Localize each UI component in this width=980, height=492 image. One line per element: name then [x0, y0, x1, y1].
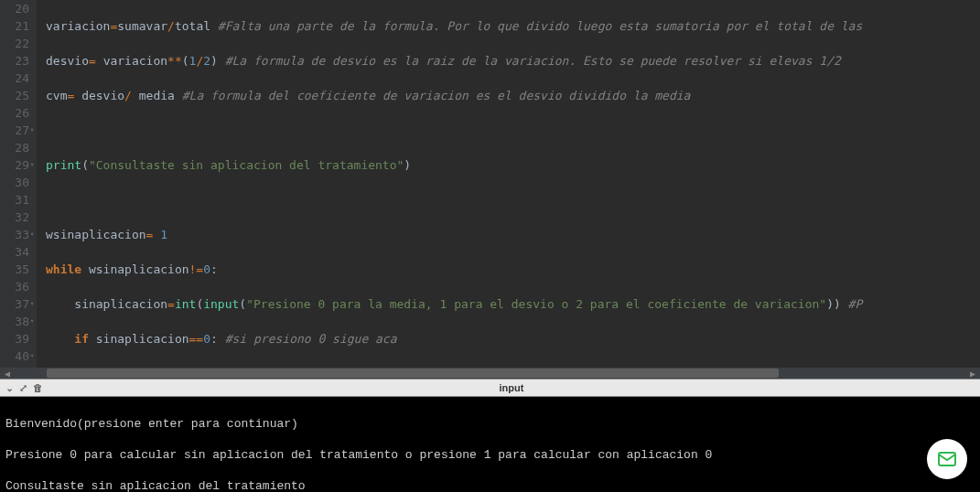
chat-fab-button[interactable]: [927, 439, 967, 479]
expand-icon[interactable]: ⤢: [19, 382, 27, 394]
line-number: 31: [0, 191, 29, 209]
line-number[interactable]: 38: [0, 313, 29, 330]
line-number: 22: [0, 35, 29, 52]
line-number: 35: [0, 261, 29, 278]
line-number: 36: [0, 278, 29, 295]
line-number: 20: [0, 0, 29, 17]
code-line[interactable]: [46, 191, 980, 209]
line-number[interactable]: 29: [0, 156, 29, 174]
scroll-left-arrow-icon[interactable]: ◀: [0, 368, 15, 379]
code-line[interactable]: print("Consultaste sin aplicacion del tr…: [46, 156, 980, 174]
line-number: 34: [0, 243, 29, 261]
code-line[interactable]: [46, 122, 980, 139]
scroll-thumb[interactable]: [47, 369, 779, 378]
scroll-right-arrow-icon[interactable]: ▶: [965, 368, 980, 379]
line-number: 28: [0, 139, 29, 156]
line-number: 39: [0, 330, 29, 348]
mail-icon: [936, 448, 958, 470]
console-line: Consultaste sin aplicacion del tratamien…: [5, 478, 975, 492]
line-number-gutter: 20 21 22 23 24 25 26 27 28 29 30 31 32 3…: [0, 0, 37, 368]
line-number[interactable]: 40: [0, 348, 29, 365]
line-number[interactable]: 37: [0, 295, 29, 313]
horizontal-scrollbar[interactable]: ◀ ▶: [0, 368, 980, 379]
scroll-track[interactable]: [15, 368, 965, 379]
code-line[interactable]: sinaplicacion=int(input("Presione 0 para…: [46, 295, 980, 313]
code-line[interactable]: cvm= desvio/ media #La formula del coefi…: [46, 87, 980, 104]
code-line[interactable]: desvio= variacion**(1/2) #La formula de …: [46, 52, 980, 70]
line-number: 24: [0, 70, 29, 87]
code-content[interactable]: variacion=sumavar/total #Falta una parte…: [37, 0, 980, 368]
line-number: 30: [0, 174, 29, 191]
console-panel-header: ⌄ ⤢ 🗑 input: [0, 379, 980, 397]
panel-title: input: [43, 382, 980, 393]
code-line[interactable]: if sinaplicacion==0: #si presiono 0 sigu…: [46, 330, 980, 348]
console-line: Bienvenido(presione enter para continuar…: [5, 416, 975, 432]
line-number: 21: [0, 17, 29, 35]
line-number[interactable]: 33: [0, 226, 29, 243]
line-number: 32: [0, 209, 29, 226]
code-line[interactable]: while wsinaplicacion!=0:: [46, 261, 980, 278]
line-number: 26: [0, 104, 29, 122]
line-number: 23: [0, 52, 29, 70]
console-output[interactable]: Bienvenido(presione enter para continuar…: [0, 397, 980, 492]
line-number: 25: [0, 87, 29, 104]
code-editor[interactable]: 20 21 22 23 24 25 26 27 28 29 30 31 32 3…: [0, 0, 980, 368]
code-line[interactable]: wsinaplicacion= 1: [46, 226, 980, 243]
console-line: Presione 0 para calcular sin aplicacion …: [5, 447, 975, 463]
chevron-down-icon[interactable]: ⌄: [5, 382, 14, 394]
trash-icon[interactable]: 🗑: [33, 382, 43, 394]
line-number[interactable]: 27: [0, 122, 29, 139]
code-line[interactable]: variacion=sumavar/total #Falta una parte…: [46, 17, 980, 35]
